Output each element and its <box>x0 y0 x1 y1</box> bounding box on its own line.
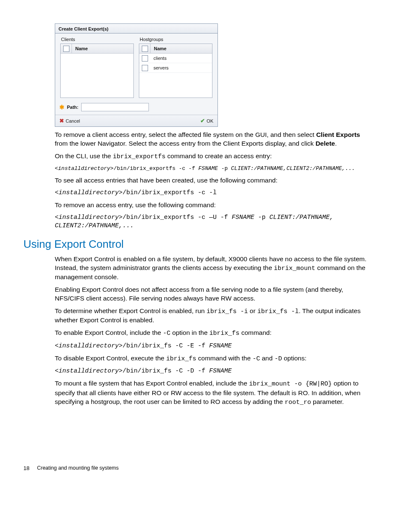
code-line: <installdirectory>/bin/ibrix_fs -C -D -f… <box>55 367 371 375</box>
row-label: clients <box>150 56 212 61</box>
clients-table: Name <box>60 44 134 98</box>
paragraph: To disable Export Control, execute the i… <box>55 354 371 363</box>
create-client-exports-dialog: Create Client Export(s) Clients Name Hos… <box>55 23 218 127</box>
page-number: 18 <box>23 465 29 471</box>
paragraph: When Export Control is enabled on a file… <box>55 255 371 282</box>
close-icon: ✖ <box>59 118 64 124</box>
cancel-button[interactable]: ✖ Cancel <box>59 118 80 124</box>
hostgroups-header: Hostgroups <box>139 37 212 42</box>
dialog-title: Create Client Export(s) <box>55 24 217 33</box>
hostgroups-select-all-checkbox[interactable] <box>142 46 148 52</box>
paragraph: Enabling Export Control does not affect … <box>55 285 371 303</box>
path-input[interactable] <box>81 103 149 111</box>
cancel-label: Cancel <box>66 118 80 123</box>
footer-title: Creating and mounting file systems <box>37 465 118 471</box>
row-checkbox[interactable] <box>142 65 148 71</box>
page-footer: 18 Creating and mounting file systems <box>23 465 119 471</box>
code-line: <installdirectory>/bin/ibrix_exportfs -c… <box>55 165 371 172</box>
paragraph: To determine whether Export Control is e… <box>55 307 371 325</box>
hostgroups-name-column: Name <box>151 44 212 53</box>
paragraph: To enable Export Control, include the -C… <box>55 329 371 338</box>
check-icon: ✔ <box>200 118 205 124</box>
clients-name-column: Name <box>72 44 133 53</box>
clients-select-all-checkbox[interactable] <box>63 46 69 52</box>
table-row[interactable]: servers <box>139 63 212 73</box>
row-checkbox[interactable] <box>142 55 148 62</box>
ok-label: OK <box>207 118 213 123</box>
paragraph: On the CLI, use the ibrix_exportfs comma… <box>55 152 371 161</box>
paragraph: To mount a file system that has Export C… <box>55 379 371 406</box>
paragraph: To remove a client access entry, select … <box>55 131 371 148</box>
path-label: Path: <box>67 105 79 110</box>
section-heading: Using Export Control <box>23 238 376 251</box>
hostgroups-table: Name clients servers <box>139 44 212 98</box>
code-line: <installdirectory>/bin/ibrix_exportfs -c… <box>55 213 371 231</box>
code-line: <installdirectory>/bin/ibrix_exportfs -c… <box>55 189 371 197</box>
code-line: <installdirectory>/bin/ibrix_fs -C -E -f… <box>55 342 371 350</box>
clients-header: Clients <box>60 37 134 42</box>
required-asterisk-icon: ✱ <box>59 104 64 111</box>
table-row[interactable]: clients <box>139 54 212 63</box>
paragraph: To remove an access entry, use the follo… <box>55 201 371 210</box>
paragraph: To see all access entries that have been… <box>55 176 371 185</box>
row-label: servers <box>150 65 212 70</box>
ok-button[interactable]: ✔ OK <box>200 118 213 124</box>
